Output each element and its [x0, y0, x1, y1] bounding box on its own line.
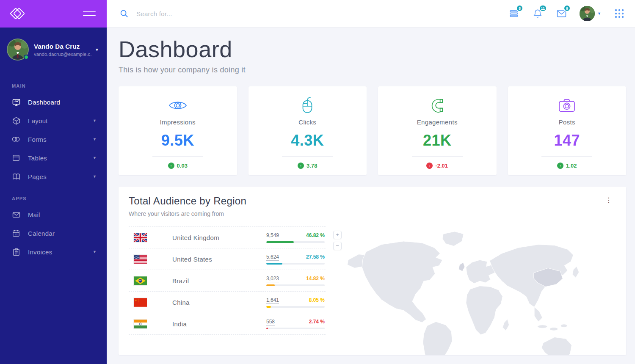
flag-china-icon — [134, 298, 147, 307]
country-percent: 2.74 % — [309, 319, 325, 325]
progress-fill — [266, 263, 282, 265]
stat-value: 4.3K — [291, 132, 324, 149]
chevron-down-icon: ▼ — [93, 119, 97, 123]
country-percent: 14.82 % — [306, 276, 325, 281]
stat-value: 9.5K — [161, 132, 194, 149]
sidebar-item-label: Invoices — [28, 248, 93, 256]
page-title: Dashboard — [119, 36, 626, 62]
sidebar-item-label: Layout — [28, 117, 93, 124]
panel-title: Total Audience by Region — [129, 195, 246, 207]
map-zoom-in-button[interactable]: + — [333, 231, 342, 239]
country-name: United Kingdom — [172, 234, 266, 241]
country-value: 9,549 — [266, 232, 279, 239]
sidebar-item-tables[interactable]: Tables ▼ — [0, 149, 107, 167]
stat-change: ↑ 0.03 — [168, 163, 188, 169]
clipboard-icon — [12, 248, 20, 256]
sidebar-item-mail[interactable]: Mail — [0, 205, 107, 224]
sidebar-item-label: Mail — [28, 211, 97, 218]
arrow-up-circle-icon: ↑ — [168, 163, 174, 169]
eye-icon — [168, 97, 188, 114]
country-name: United States — [172, 256, 266, 263]
user-name: Vando Da Cruz — [34, 43, 92, 50]
stat-change: ↑ 1.02 — [557, 163, 577, 169]
country-row-uk[interactable]: United Kingdom 9,549 46.82 % — [129, 226, 326, 248]
stat-label: Engagements — [417, 119, 458, 126]
sidebar-item-dashboard[interactable]: Dashboard — [0, 93, 107, 111]
progress-track — [266, 263, 325, 265]
magnet-icon — [428, 97, 446, 114]
sidebar: Vando Da Cruz vando.dacruz@example.c... … — [0, 0, 107, 364]
world-map-graphic — [342, 228, 586, 355]
stat-change: ↑ 3.78 — [298, 163, 317, 169]
topbar: 8 11 9 ▼ — [107, 0, 635, 28]
country-row-brazil[interactable]: Brazil 3,023 14.82 % — [129, 270, 326, 292]
mail-icon — [12, 210, 20, 219]
stat-value: 21K — [423, 132, 452, 149]
tasks-badge: 8 — [516, 5, 523, 12]
cube-icon — [12, 116, 20, 125]
table-icon — [12, 154, 20, 162]
arrow-up-circle-icon: ↑ — [557, 163, 563, 169]
tasks-icon[interactable]: 8 — [508, 8, 519, 19]
country-row-india[interactable]: India 558 2.74 % — [129, 313, 326, 335]
divider — [282, 156, 333, 157]
user-avatar — [580, 6, 595, 21]
country-value: 3,023 — [266, 276, 279, 282]
audience-panel: Total Audience by Region Where your visi… — [119, 187, 626, 355]
divider — [152, 156, 203, 157]
arrow-down-circle-icon: ↓ — [426, 163, 433, 169]
stat-label: Posts — [559, 119, 575, 126]
stat-card-impressions: Impressions 9.5K ↑ 0.03 — [119, 86, 237, 175]
country-row-us[interactable]: United States 5,624 27.58 % — [129, 248, 326, 270]
stat-value: 147 — [554, 132, 580, 149]
stat-change-value: 3.78 — [306, 163, 317, 169]
search-input[interactable] — [136, 10, 314, 17]
arrow-up-circle-icon: ↑ — [298, 163, 304, 169]
country-name: China — [172, 299, 266, 306]
brand-logo-icon[interactable] — [11, 7, 25, 21]
divider — [541, 156, 592, 157]
stat-label: Clicks — [298, 119, 316, 126]
page-subtitle: This is how your company is doing it — [119, 66, 626, 74]
kebab-menu-icon[interactable]: ⋮ — [602, 195, 616, 205]
messages-icon[interactable]: 9 — [556, 8, 567, 19]
sidebar-item-forms[interactable]: Forms ▼ — [0, 130, 107, 149]
country-percent: 27.58 % — [306, 254, 325, 260]
sidebar-toggle-icon[interactable] — [83, 8, 96, 19]
stat-label: Impressions — [160, 119, 196, 126]
sidebar-item-label: Calendar — [28, 230, 97, 237]
map-zoom-out-button[interactable]: − — [333, 242, 342, 250]
sidebar-nav: MAIN Dashboard Layout ▼ Forms ▼ Tables ▼ — [0, 71, 107, 261]
country-percent: 8.05 % — [309, 297, 325, 303]
stat-change: ↓ -2.01 — [426, 163, 448, 169]
search-icon[interactable] — [119, 9, 129, 18]
dashboard-icon — [12, 98, 20, 106]
sidebar-item-invoices[interactable]: Invoices ▼ — [0, 243, 107, 261]
chevron-down-icon[interactable]: ▼ — [95, 47, 99, 52]
progress-track — [266, 328, 325, 329]
world-map[interactable]: + − — [326, 226, 616, 355]
topbar-avatar-menu[interactable]: ▼ — [580, 6, 601, 21]
country-row-china[interactable]: China 1,641 8.05 % — [129, 292, 326, 313]
nav-section-main: MAIN — [0, 77, 107, 93]
chevron-down-icon: ▼ — [93, 250, 97, 254]
notifications-bell-icon[interactable]: 11 — [532, 8, 543, 19]
sidebar-item-layout[interactable]: Layout ▼ — [0, 111, 107, 130]
content: Dashboard This is how your company is do… — [107, 28, 635, 364]
stat-card-posts: Posts 147 ↑ 1.02 — [508, 86, 627, 175]
country-value: 1,641 — [266, 297, 279, 304]
sidebar-user-card[interactable]: Vando Da Cruz vando.dacruz@example.c... … — [0, 28, 107, 71]
toggle-icon — [12, 135, 20, 143]
sidebar-item-pages[interactable]: Pages ▼ — [0, 167, 107, 186]
progress-fill — [266, 306, 271, 308]
sidebar-item-calendar[interactable]: 15 Calendar — [0, 224, 107, 243]
stat-card-engagements: Engagements 21K ↓ -2.01 — [378, 86, 497, 175]
chevron-down-icon: ▼ — [93, 137, 97, 141]
progress-fill — [266, 328, 268, 329]
calendar-icon: 15 — [12, 229, 20, 237]
brand-bar — [0, 0, 107, 28]
sidebar-item-label: Pages — [28, 173, 93, 180]
flag-united-kingdom-icon — [134, 233, 147, 242]
country-name: Brazil — [172, 277, 266, 284]
apps-grid-icon[interactable] — [614, 8, 625, 19]
